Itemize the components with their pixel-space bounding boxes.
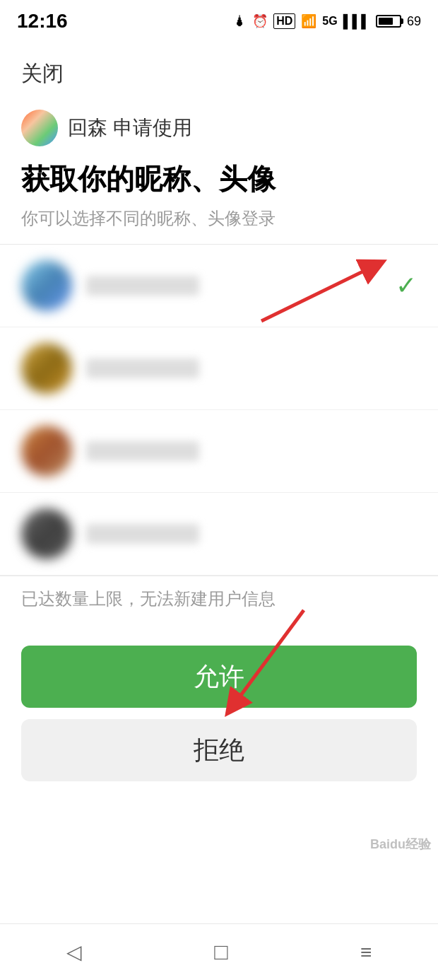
avatar — [21, 343, 72, 394]
nav-back-icon[interactable]: ◁ — [66, 940, 82, 964]
close-area: 关闭 — [0, 42, 438, 95]
wifi-icon: 📶 — [301, 13, 316, 29]
user-list: ✓ — [0, 245, 438, 576]
user-info — [86, 524, 417, 544]
user-info — [86, 276, 396, 296]
status-time: 12:16 — [17, 10, 68, 33]
user-name-blur — [86, 358, 199, 378]
user-name-blur — [86, 524, 199, 544]
user-item[interactable] — [0, 327, 438, 410]
signal-5g-icon: 5G — [322, 15, 337, 28]
hd-icon: HD — [273, 13, 295, 29]
buttons-area: 允许 拒绝 — [0, 624, 438, 795]
allow-button[interactable]: 允许 — [21, 646, 417, 708]
nav-menu-icon[interactable]: ≡ — [360, 941, 372, 964]
status-icons: 🌢 ⏰ HD 📶 5G ▌▌▌ 69 — [234, 13, 421, 29]
app-name-request: 回森 申请使用 — [68, 115, 192, 141]
battery-icon — [376, 15, 401, 28]
alarm-icon: ⏰ — [252, 13, 268, 29]
nav-home-icon[interactable]: □ — [214, 939, 227, 965]
watermark: Baidu经验 — [370, 836, 431, 853]
status-bar: 12:16 🌢 ⏰ HD 📶 5G ▌▌▌ 69 — [0, 0, 438, 42]
user-info — [86, 441, 417, 461]
page-subtitle: 你可以选择不同的昵称、头像登录 — [0, 203, 438, 244]
user-name-blur — [86, 276, 199, 296]
app-info: 回森 申请使用 — [0, 95, 438, 153]
battery-percent: 69 — [407, 14, 421, 29]
user-item[interactable] — [0, 410, 438, 493]
avatar — [21, 260, 72, 311]
close-button[interactable]: 关闭 — [21, 62, 64, 85]
limit-notice: 已达数量上限，无法新建用户信息 — [0, 576, 438, 624]
water-drop-icon: 🌢 — [234, 14, 247, 29]
avatar — [21, 426, 72, 477]
user-item[interactable]: ✓ — [0, 245, 438, 327]
signal-bars-icon: ▌▌▌ — [343, 14, 370, 29]
selected-checkmark: ✓ — [396, 271, 417, 301]
avatar — [21, 508, 72, 559]
user-name-blur — [86, 441, 199, 461]
user-item[interactable] — [0, 493, 438, 576]
reject-button[interactable]: 拒绝 — [21, 719, 417, 781]
app-icon — [21, 110, 58, 146]
nav-bar: ◁ □ ≡ — [0, 923, 438, 980]
page-title: 获取你的昵称、头像 — [0, 153, 438, 203]
user-info — [86, 358, 417, 378]
